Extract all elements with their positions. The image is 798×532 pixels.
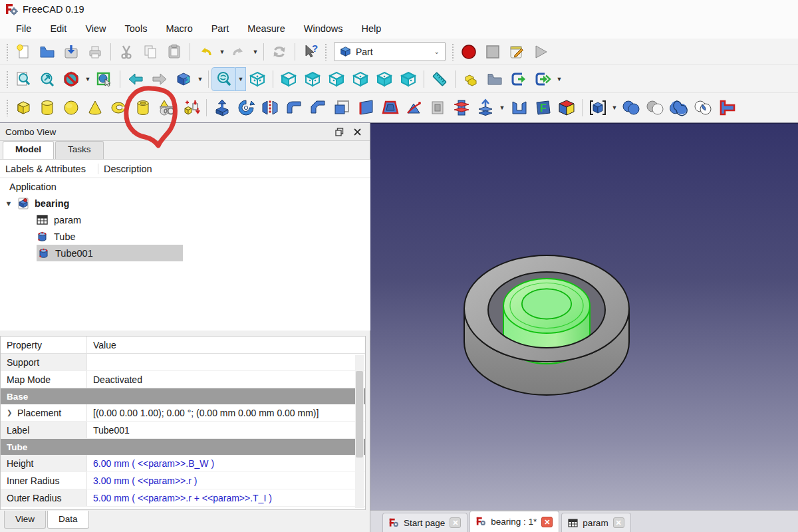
extrude-button[interactable] xyxy=(210,96,234,119)
part-torus-button[interactable] xyxy=(107,96,131,119)
close-panel-icon[interactable] xyxy=(353,128,362,136)
menu-part[interactable]: Part xyxy=(202,21,239,37)
link-navigate-dropdown-caret[interactable]: ▼ xyxy=(196,68,205,90)
revolve-button[interactable] xyxy=(234,96,258,119)
column-value[interactable]: Value xyxy=(87,340,365,350)
copy-button[interactable] xyxy=(138,41,162,63)
compound-dropdown-caret[interactable]: ▼ xyxy=(610,96,619,119)
menu-edit[interactable]: Edit xyxy=(41,21,76,37)
shape-builder-button[interactable] xyxy=(179,96,203,119)
toolbar-handle[interactable] xyxy=(6,70,9,88)
nav-back-button[interactable] xyxy=(124,68,148,90)
chevron-expanded-icon[interactable]: ▼ xyxy=(0,200,17,207)
part-primitives-button[interactable] xyxy=(155,96,179,119)
boolean-union-button[interactable] xyxy=(667,96,691,119)
ruled-surface-button[interactable] xyxy=(354,96,378,119)
macro-play-button[interactable] xyxy=(529,41,553,63)
property-row-height[interactable]: Height 6.00 mm ( <<param>>.B_W ) xyxy=(1,455,365,472)
make-link-dropdown-caret[interactable]: ▼ xyxy=(555,68,564,90)
workbench-selector[interactable]: Part ⌄ xyxy=(334,42,446,61)
chamfer-button[interactable] xyxy=(306,96,330,119)
make-link-button[interactable] xyxy=(507,68,531,90)
compound-tools-button[interactable] xyxy=(586,96,610,119)
create-part-button[interactable] xyxy=(459,68,483,90)
view-top-button[interactable] xyxy=(301,68,325,90)
3d-viewport[interactable] xyxy=(370,123,798,510)
new-document-button[interactable] xyxy=(11,41,35,63)
tree-column-description[interactable]: Description xyxy=(98,164,152,174)
print-button[interactable] xyxy=(83,41,107,63)
nav-forward-button[interactable] xyxy=(148,68,172,90)
property-row-outer-radius[interactable]: Outer Radius 5.00 mm ( <<param>>.r + <<p… xyxy=(1,489,365,507)
connect-button[interactable] xyxy=(715,96,739,119)
property-row-support[interactable]: Support xyxy=(1,354,365,371)
undo-dropdown-caret[interactable]: ▼ xyxy=(217,41,227,63)
view-right-button[interactable] xyxy=(325,68,348,90)
cross-sections-button[interactable] xyxy=(450,96,473,119)
macro-record-button[interactable] xyxy=(457,41,481,63)
boolean-common-button[interactable] xyxy=(691,96,715,119)
paste-button[interactable] xyxy=(162,41,186,63)
tab-bearing[interactable]: bearing : 1* ✕ xyxy=(469,511,559,532)
toolbar-handle[interactable] xyxy=(6,43,9,61)
save-document-button[interactable] xyxy=(59,41,83,63)
create-group-button[interactable] xyxy=(483,68,507,90)
tab-param[interactable]: param ✕ xyxy=(561,513,630,532)
tab-tasks[interactable]: Tasks xyxy=(55,141,104,159)
close-tab-icon[interactable]: ✕ xyxy=(541,517,553,527)
tree-column-labels[interactable]: Labels & Attributes xyxy=(0,164,98,174)
menu-view[interactable]: View xyxy=(76,21,115,37)
draw-style-button[interactable] xyxy=(59,68,83,90)
tab-model[interactable]: Model xyxy=(3,141,54,159)
tab-view[interactable]: View xyxy=(4,511,46,529)
tree-item-param[interactable]: param xyxy=(0,211,370,228)
part-box-button[interactable] xyxy=(11,96,35,119)
whats-this-button[interactable]: ? xyxy=(299,41,323,63)
property-scrollbar[interactable] xyxy=(355,355,364,508)
property-row-placement[interactable]: ❯Placement [(0.00 0.00 1.00); 0.00 °; (0… xyxy=(1,404,365,422)
measure-button[interactable] xyxy=(428,68,452,90)
view-rear-button[interactable] xyxy=(348,68,372,90)
undo-button[interactable] xyxy=(194,41,217,63)
redo-button[interactable] xyxy=(227,41,251,63)
zoom-sync-dropdown-caret[interactable]: ▼ xyxy=(236,68,245,90)
toolbar-handle[interactable] xyxy=(325,43,328,61)
part-sphere-button[interactable] xyxy=(59,96,83,119)
make-face-button[interactable] xyxy=(330,96,354,119)
tab-start-page[interactable]: Start page ✕ xyxy=(382,513,467,532)
menu-macro[interactable]: Macro xyxy=(156,21,201,37)
macro-stop-button[interactable] xyxy=(481,41,505,63)
menu-windows[interactable]: Windows xyxy=(295,21,352,37)
close-tab-icon[interactable]: ✕ xyxy=(450,517,461,528)
close-tab-icon[interactable]: ✕ xyxy=(613,517,624,528)
property-row-map-mode[interactable]: Map Mode Deactivated xyxy=(1,371,365,388)
make-sub-link-button[interactable] xyxy=(531,68,555,90)
toolbar-handle[interactable] xyxy=(452,43,455,61)
tree-item-tube001[interactable]: Tube001 xyxy=(37,245,183,261)
fillet-button[interactable] xyxy=(282,96,306,119)
offset-2d-button[interactable]: F xyxy=(531,96,555,119)
float-panel-icon[interactable] xyxy=(335,128,344,136)
macro-edit-button[interactable] xyxy=(505,41,529,63)
menu-file[interactable]: File xyxy=(7,21,41,37)
fit-all-button[interactable] xyxy=(11,68,35,90)
offset-dropdown-caret[interactable]: ▼ xyxy=(497,96,507,119)
view-bottom-button[interactable] xyxy=(372,68,396,90)
boolean-button[interactable] xyxy=(619,96,643,119)
tab-data[interactable]: Data xyxy=(47,511,89,529)
boolean-cut-button[interactable] xyxy=(643,96,667,119)
part-cone-button[interactable] xyxy=(83,96,107,119)
part-tube-button[interactable] xyxy=(131,96,155,119)
zoom-sync-button[interactable] xyxy=(212,68,236,90)
refresh-button[interactable] xyxy=(267,41,291,63)
box-selection-button[interactable] xyxy=(92,68,116,90)
thickness-button[interactable] xyxy=(507,96,531,119)
view-left-button[interactable] xyxy=(396,68,420,90)
redo-dropdown-caret[interactable]: ▼ xyxy=(251,41,260,63)
expander-chevron-icon[interactable]: ❯ xyxy=(7,409,15,416)
loft-button[interactable] xyxy=(378,96,402,119)
color-per-face-button[interactable] xyxy=(555,96,579,119)
link-navigate-button[interactable] xyxy=(172,68,196,90)
column-property[interactable]: Property xyxy=(1,336,87,353)
section-button[interactable] xyxy=(426,96,450,119)
